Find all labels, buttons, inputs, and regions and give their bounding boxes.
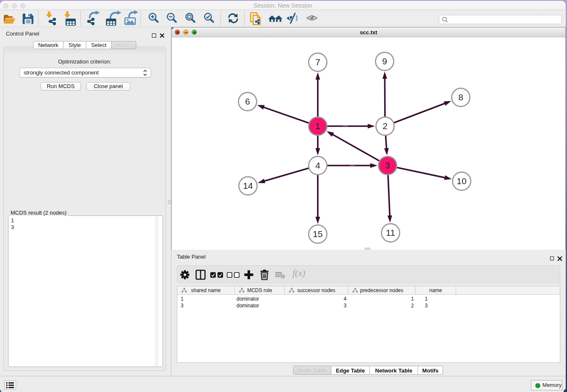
- svg-text:6: 6: [245, 97, 250, 106]
- svg-text:1: 1: [315, 121, 320, 131]
- svg-text:14: 14: [243, 181, 253, 190]
- svg-text:2: 2: [383, 121, 388, 131]
- svg-text:15: 15: [313, 229, 322, 239]
- svg-text:10: 10: [457, 176, 466, 186]
- svg-text:7: 7: [315, 57, 320, 67]
- svg-text:9: 9: [382, 56, 387, 66]
- svg-text:3: 3: [385, 160, 390, 170]
- svg-text:4: 4: [315, 160, 320, 170]
- svg-text:11: 11: [386, 228, 395, 237]
- svg-text:8: 8: [458, 92, 463, 102]
